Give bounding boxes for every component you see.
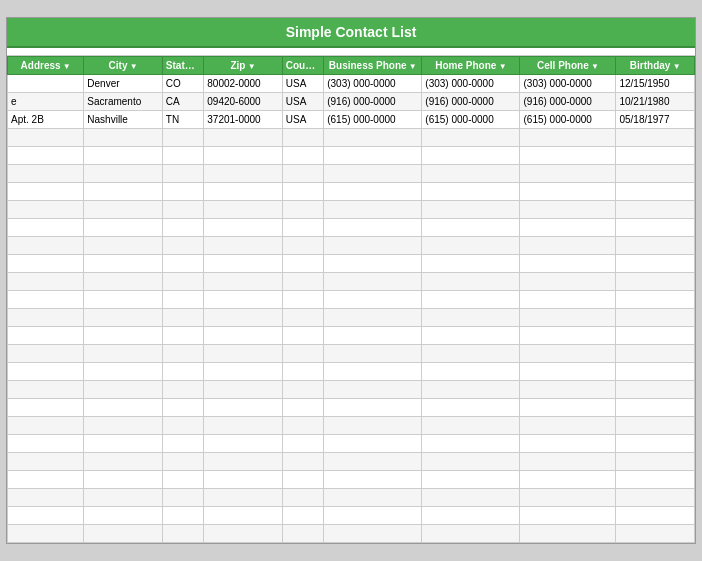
cell-r2-c8[interactable]: 05/18/1977 [616,111,695,129]
cell-r20-c7[interactable] [520,435,616,453]
cell-r14-c6[interactable] [422,327,520,345]
cell-r21-c2[interactable] [162,453,203,471]
cell-r18-c8[interactable] [616,399,695,417]
cell-r25-c6[interactable] [422,525,520,543]
cell-r17-c3[interactable] [204,381,283,399]
cell-r20-c2[interactable] [162,435,203,453]
cell-r23-c4[interactable] [282,489,323,507]
cell-r13-c2[interactable] [162,309,203,327]
cell-r15-c8[interactable] [616,345,695,363]
cell-r12-c4[interactable] [282,291,323,309]
cell-r15-c7[interactable] [520,345,616,363]
cell-r22-c8[interactable] [616,471,695,489]
cell-r0-c4[interactable]: USA [282,75,323,93]
cell-r1-c5[interactable]: (916) 000-0000 [324,93,422,111]
cell-r8-c6[interactable] [422,219,520,237]
cell-r22-c7[interactable] [520,471,616,489]
cell-r7-c6[interactable] [422,201,520,219]
cell-r17-c2[interactable] [162,381,203,399]
cell-r15-c4[interactable] [282,345,323,363]
cell-r17-c5[interactable] [324,381,422,399]
cell-r4-c3[interactable] [204,147,283,165]
cell-r7-c1[interactable] [84,201,163,219]
cell-r7-c4[interactable] [282,201,323,219]
cell-r11-c7[interactable] [520,273,616,291]
cell-r20-c5[interactable] [324,435,422,453]
cell-r5-c1[interactable] [84,165,163,183]
cell-r18-c6[interactable] [422,399,520,417]
cell-r22-c5[interactable] [324,471,422,489]
cell-r24-c7[interactable] [520,507,616,525]
cell-r23-c2[interactable] [162,489,203,507]
cell-r14-c1[interactable] [84,327,163,345]
cell-r17-c7[interactable] [520,381,616,399]
cell-r9-c4[interactable] [282,237,323,255]
cell-r16-c8[interactable] [616,363,695,381]
cell-r0-c7[interactable]: (303) 000-0000 [520,75,616,93]
cell-r10-c6[interactable] [422,255,520,273]
cell-r2-c7[interactable]: (615) 000-0000 [520,111,616,129]
cell-r10-c8[interactable] [616,255,695,273]
cell-r16-c0[interactable] [8,363,84,381]
cell-r20-c1[interactable] [84,435,163,453]
cell-r15-c0[interactable] [8,345,84,363]
cell-r25-c7[interactable] [520,525,616,543]
cell-r6-c8[interactable] [616,183,695,201]
cell-r0-c3[interactable]: 80002-0000 [204,75,283,93]
cell-r10-c3[interactable] [204,255,283,273]
cell-r24-c8[interactable] [616,507,695,525]
cell-r20-c3[interactable] [204,435,283,453]
cell-r24-c5[interactable] [324,507,422,525]
cell-r22-c6[interactable] [422,471,520,489]
cell-r5-c5[interactable] [324,165,422,183]
cell-r23-c6[interactable] [422,489,520,507]
cell-r18-c7[interactable] [520,399,616,417]
cell-r23-c1[interactable] [84,489,163,507]
cell-r9-c5[interactable] [324,237,422,255]
cell-r6-c2[interactable] [162,183,203,201]
cell-r25-c1[interactable] [84,525,163,543]
cell-r5-c7[interactable] [520,165,616,183]
cell-r3-c3[interactable] [204,129,283,147]
cell-r6-c3[interactable] [204,183,283,201]
cell-r19-c7[interactable] [520,417,616,435]
cell-r11-c4[interactable] [282,273,323,291]
cell-r15-c1[interactable] [84,345,163,363]
cell-r1-c2[interactable]: CA [162,93,203,111]
cell-r19-c4[interactable] [282,417,323,435]
cell-r1-c8[interactable]: 10/21/1980 [616,93,695,111]
cell-r20-c0[interactable] [8,435,84,453]
cell-r7-c5[interactable] [324,201,422,219]
cell-r7-c3[interactable] [204,201,283,219]
cell-r21-c0[interactable] [8,453,84,471]
cell-r13-c4[interactable] [282,309,323,327]
cell-r8-c0[interactable] [8,219,84,237]
cell-r4-c7[interactable] [520,147,616,165]
cell-r22-c2[interactable] [162,471,203,489]
cell-r12-c5[interactable] [324,291,422,309]
cell-r3-c1[interactable] [84,129,163,147]
cell-r4-c8[interactable] [616,147,695,165]
cell-r4-c4[interactable] [282,147,323,165]
cell-r6-c0[interactable] [8,183,84,201]
cell-r9-c3[interactable] [204,237,283,255]
cell-r19-c0[interactable] [8,417,84,435]
cell-r10-c7[interactable] [520,255,616,273]
cell-r19-c1[interactable] [84,417,163,435]
cell-r2-c1[interactable]: Nashville [84,111,163,129]
cell-r13-c5[interactable] [324,309,422,327]
cell-r23-c8[interactable] [616,489,695,507]
cell-r16-c5[interactable] [324,363,422,381]
cell-r24-c2[interactable] [162,507,203,525]
cell-r11-c5[interactable] [324,273,422,291]
cell-r6-c1[interactable] [84,183,163,201]
cell-r13-c1[interactable] [84,309,163,327]
cell-r23-c3[interactable] [204,489,283,507]
cell-r4-c0[interactable] [8,147,84,165]
cell-r1-c0[interactable]: e [8,93,84,111]
cell-r6-c4[interactable] [282,183,323,201]
cell-r1-c7[interactable]: (916) 000-0000 [520,93,616,111]
cell-r18-c3[interactable] [204,399,283,417]
cell-r3-c6[interactable] [422,129,520,147]
cell-r15-c2[interactable] [162,345,203,363]
